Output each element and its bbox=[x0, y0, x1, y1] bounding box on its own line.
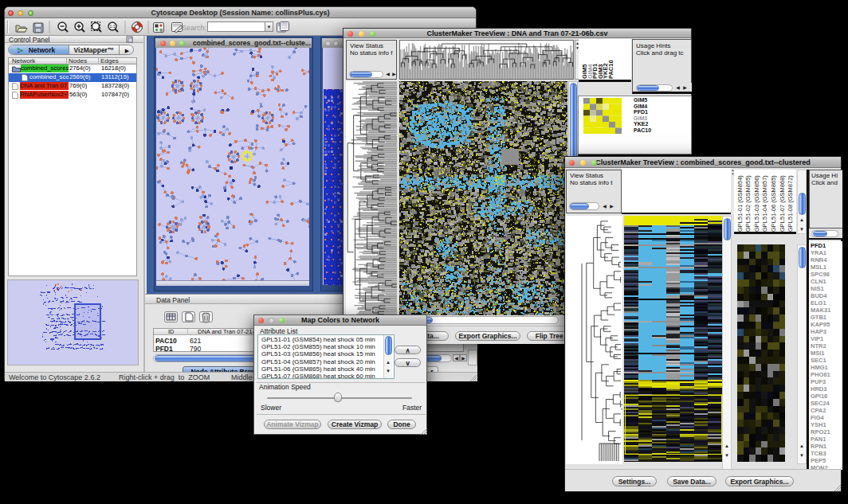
svg-text:Search:: Search: bbox=[182, 24, 206, 32]
svg-text:1:1: 1:1 bbox=[110, 24, 116, 29]
